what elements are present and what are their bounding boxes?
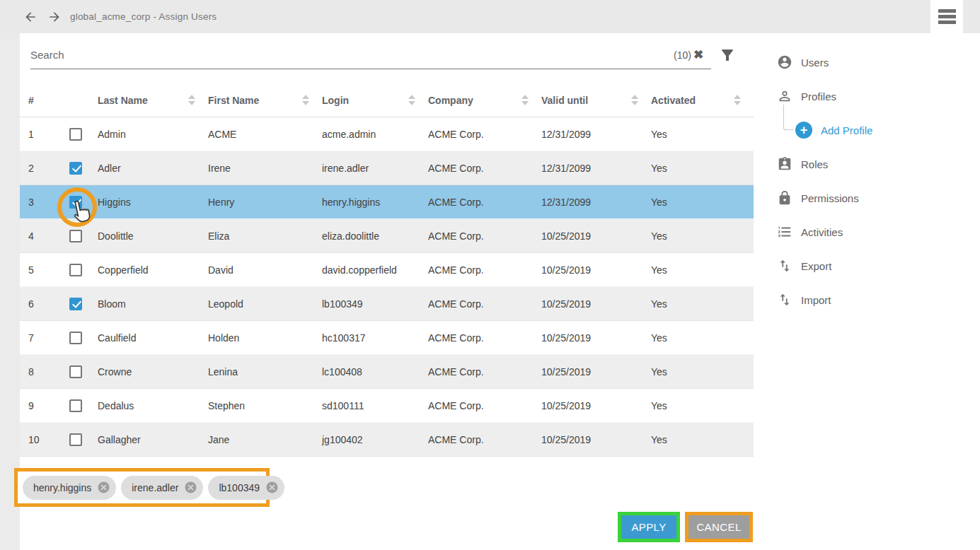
lock-icon: [777, 190, 792, 206]
table-row[interactable]: 10 Gallagher Jane jg100402 ACME Corp. 10…: [20, 423, 754, 457]
table-row[interactable]: 1 Admin ACME acme.admin ACME Corp. 12/31…: [20, 117, 754, 151]
arrows-up-down-icon: [777, 292, 792, 308]
cell-company: ACME Corp.: [428, 332, 541, 344]
table-row[interactable]: 7 Caulfield Holden hc100317 ACME Corp. 1…: [20, 321, 754, 355]
row-number: 10: [20, 434, 61, 445]
col-header-login[interactable]: Login: [322, 83, 428, 117]
row-checkbox[interactable]: [69, 332, 82, 344]
row-checkbox[interactable]: [69, 399, 82, 412]
sort-icon: [521, 95, 529, 105]
apply-button-annotation: APPLY: [618, 512, 680, 542]
search-input[interactable]: [30, 42, 646, 66]
cell-activated: Yes: [651, 129, 754, 140]
table-row[interactable]: 6 Bloom Leopold lb100349 ACME Corp. 10/2…: [20, 287, 754, 321]
cell-first-name: Henry: [208, 197, 322, 208]
col-header-first-name[interactable]: First Name: [208, 83, 322, 117]
row-number: 1: [20, 129, 61, 140]
cell-company: ACME Corp.: [428, 163, 541, 174]
col-header-company[interactable]: Company: [428, 83, 541, 117]
chip-lb100349: lb100349: [208, 476, 284, 500]
person-outline-icon: [777, 88, 792, 104]
cell-login: henry.higgins: [322, 197, 428, 208]
row-number: 9: [20, 400, 61, 411]
cell-first-name: Stephen: [208, 400, 322, 411]
chip-label: irene.adler: [132, 482, 178, 493]
cell-last-name: Adler: [98, 163, 208, 174]
cell-login: hc100317: [322, 332, 428, 344]
cell-login: eliza.doolittle: [322, 230, 428, 242]
chip-henry-higgins: henry.higgins: [23, 476, 116, 500]
sort-icon: [408, 95, 415, 105]
sidebar-label: Export: [801, 260, 831, 272]
chip-remove-icon[interactable]: [265, 481, 279, 494]
cell-valid-until: 10/25/2019: [541, 400, 651, 411]
row-checkbox[interactable]: [69, 365, 82, 378]
forward-arrow-icon[interactable]: [47, 10, 62, 24]
sidebar-label: Users: [801, 57, 829, 69]
apply-button[interactable]: APPLY: [621, 515, 676, 539]
sidebar-label: Import: [801, 294, 831, 306]
row-checkbox[interactable]: [69, 264, 82, 276]
sort-icon: [631, 95, 638, 105]
badge-icon: [777, 156, 792, 172]
table-row[interactable]: 2 Adler Irene irene.adler ACME Corp. 12/…: [20, 151, 754, 185]
sidebar-label: Profiles: [801, 90, 836, 103]
row-checkbox[interactable]: [69, 298, 82, 310]
cancel-button-annotation: CANCEL: [685, 512, 753, 542]
sidebar-label: Roles: [801, 158, 828, 170]
cell-valid-until: 10/25/2019: [541, 264, 651, 276]
sidebar-item-import[interactable]: Import: [777, 283, 968, 317]
sidebar-item-export[interactable]: Export: [777, 249, 968, 283]
row-checkbox[interactable]: [69, 196, 82, 209]
cell-last-name: Caulfield: [98, 332, 208, 344]
selected-users-chips-annotation: henry.higgins irene.adler lb100349: [14, 468, 270, 507]
col-header-last-name[interactable]: Last Name: [98, 83, 208, 117]
chip-irene-adler: irene.adler: [121, 476, 203, 500]
filter-icon[interactable]: [719, 47, 736, 64]
table-row[interactable]: 3 Higgins Henry henry.higgins ACME Corp.…: [20, 185, 754, 219]
row-checkbox[interactable]: [69, 433, 82, 446]
cell-last-name: Crowne: [98, 366, 208, 378]
col-header-activated[interactable]: Activated: [651, 83, 754, 117]
cell-valid-until: 10/25/2019: [541, 332, 651, 344]
cell-last-name: Higgins: [98, 197, 208, 208]
table-row[interactable]: 8 Crowne Lenina lc100408 ACME Corp. 10/2…: [20, 355, 754, 389]
table-row[interactable]: 9 Dedalus Stephen sd100111 ACME Corp. 10…: [20, 389, 754, 423]
cell-first-name: Holden: [208, 332, 322, 344]
cell-activated: Yes: [651, 197, 754, 208]
col-header-valid-until[interactable]: Valid until: [541, 83, 651, 117]
cell-activated: Yes: [651, 332, 754, 344]
sort-icon: [188, 95, 195, 105]
table-row[interactable]: 4 Doolittle Eliza eliza.doolittle ACME C…: [20, 219, 754, 253]
cell-last-name: Copperfield: [98, 264, 208, 276]
sort-icon: [734, 95, 741, 105]
sidebar-item-users[interactable]: Users: [777, 45, 968, 79]
chip-label: henry.higgins: [33, 482, 91, 493]
cell-activated: Yes: [651, 366, 754, 378]
cell-activated: Yes: [651, 163, 754, 174]
sidebar-item-add-profile[interactable]: + Add Profile: [777, 113, 968, 147]
cell-valid-until: 10/25/2019: [541, 230, 651, 242]
cancel-button[interactable]: CANCEL: [688, 515, 749, 539]
cell-first-name: David: [208, 264, 322, 276]
sort-icon: [302, 95, 309, 105]
cell-valid-until: 10/25/2019: [541, 434, 651, 445]
chip-remove-icon[interactable]: [184, 481, 197, 494]
cell-valid-until: 10/25/2019: [541, 366, 651, 378]
back-arrow-icon[interactable]: [23, 10, 38, 24]
row-number: 7: [20, 332, 61, 344]
cell-first-name: Leopold: [208, 298, 322, 310]
sidebar-item-profiles[interactable]: Profiles: [777, 79, 968, 113]
table-row[interactable]: 5 Copperfield David david.copperfield AC…: [20, 253, 754, 287]
row-checkbox[interactable]: [69, 162, 82, 175]
clear-search-icon[interactable]: ✖: [693, 48, 703, 62]
sidebar-item-permissions[interactable]: Permissions: [777, 181, 968, 215]
row-checkbox[interactable]: [69, 128, 82, 141]
hamburger-menu-icon[interactable]: [930, 0, 963, 33]
chip-remove-icon[interactable]: [97, 481, 110, 494]
cell-login: david.copperfield: [322, 264, 428, 276]
cell-last-name: Admin: [98, 129, 208, 140]
row-checkbox[interactable]: [69, 230, 82, 242]
sidebar-item-activities[interactable]: Activities: [777, 215, 968, 249]
sidebar-item-roles[interactable]: Roles: [777, 147, 968, 181]
